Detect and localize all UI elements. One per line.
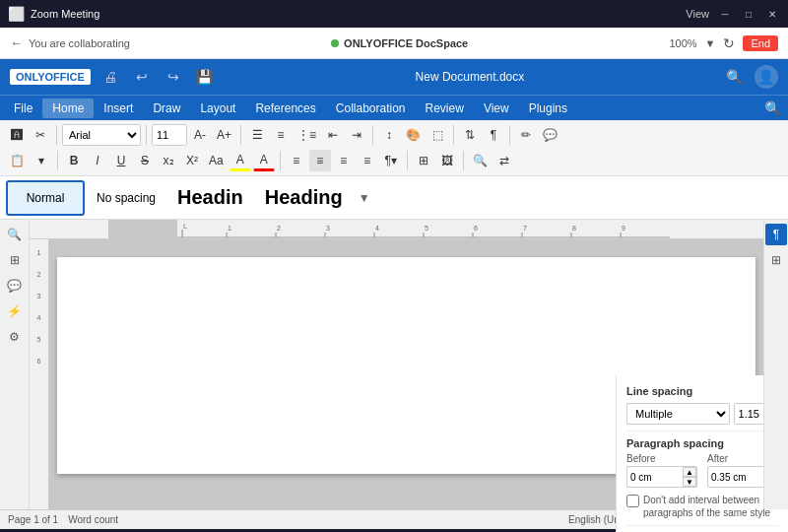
align-justify-btn[interactable]: ≡ (357, 150, 378, 171)
strikethrough-btn[interactable]: S (134, 150, 156, 171)
font-size-input[interactable] (152, 124, 187, 146)
svg-text:2: 2 (277, 225, 281, 232)
ruler: L 1 2 3 4 5 6 7 8 (30, 220, 763, 239)
style-nospacing-btn[interactable]: No spacing (87, 180, 165, 216)
sort-btn[interactable]: ⇅ (459, 124, 481, 146)
same-style-checkbox-row: Don't add interval between paragraphs of… (626, 494, 778, 519)
menu-review[interactable]: Review (416, 99, 474, 118)
back-icon[interactable]: ← (10, 35, 23, 50)
align-center-btn[interactable]: ≡ (309, 150, 331, 171)
menu-layout[interactable]: Layout (190, 99, 245, 118)
italic-btn[interactable]: I (87, 150, 108, 171)
menu-file[interactable]: File (4, 99, 42, 118)
styles-more-btn[interactable]: ▼ (355, 180, 374, 216)
menu-home[interactable]: Home (42, 99, 94, 118)
plugin-tool[interactable]: ⚡ (4, 300, 26, 322)
font-size-down-btn[interactable]: A- (189, 124, 211, 146)
bold-btn[interactable]: B (63, 150, 85, 171)
list-number-btn[interactable]: ≡ (270, 124, 292, 146)
style-normal-btn[interactable]: Normal (6, 180, 85, 216)
find-btn[interactable]: 🔍 (469, 150, 492, 171)
print-icon[interactable]: 🖨 (98, 65, 122, 89)
font-family-select[interactable]: Arial (62, 124, 141, 146)
borders-btn[interactable]: ⬚ (427, 124, 448, 146)
before-down[interactable]: ▼ (683, 477, 696, 487)
shading-btn[interactable]: 🎨 (402, 124, 425, 146)
indent-dec-btn[interactable]: ⇤ (322, 124, 344, 146)
settings-tool[interactable]: ⚙ (4, 326, 26, 348)
menu-draw[interactable]: Draw (143, 99, 190, 118)
right-tool2[interactable]: ⊞ (765, 249, 787, 271)
search-menu-icon[interactable]: 🔍 (760, 97, 784, 120)
right-tools: ¶ ⊞ (763, 220, 788, 509)
toolbar-sep4 (372, 125, 373, 145)
minimize-button[interactable]: ─ (717, 6, 733, 22)
list-bullet-btn[interactable]: ☰ (246, 124, 268, 146)
svg-text:6: 6 (474, 225, 478, 232)
menu-collaboration[interactable]: Collaboration (326, 99, 416, 118)
zoom-level-display[interactable]: 100% (669, 37, 696, 49)
menu-insert[interactable]: Insert (94, 99, 143, 118)
paste-btn[interactable]: 📋 (6, 150, 29, 171)
toolbar-row2: 📋 ▾ B I U S x₂ X² Aa A A ≡ ≡ ≡ ≡ ¶▾ ⊞ 🖼 … (4, 148, 784, 173)
menu-plugins[interactable]: Plugins (519, 99, 577, 118)
left-sidebar: 🔍 ⊞ 💬 ⚡ ⚙ (0, 220, 30, 509)
pilcrow-btn[interactable]: ¶ (483, 124, 504, 146)
panel-div1 (626, 431, 778, 432)
font-color-btn[interactable]: A (253, 150, 275, 171)
clear-format-btn[interactable]: Aa (205, 150, 228, 171)
line-spacing-btn[interactable]: ↕ (378, 124, 400, 146)
before-up[interactable]: ▲ (683, 467, 696, 477)
superscript-btn[interactable]: X² (181, 150, 203, 171)
nav-tool[interactable]: ⊞ (4, 249, 26, 271)
subscript-btn[interactable]: x₂ (158, 150, 179, 171)
svg-text:4: 4 (375, 225, 379, 232)
copy-style-btn[interactable]: ✂ (30, 124, 51, 146)
zoom-tool[interactable]: 🔍 (4, 224, 26, 245)
style-select-btn[interactable]: 🅰 (6, 124, 28, 146)
end-button[interactable]: End (743, 35, 778, 51)
right-para-tool[interactable]: ¶ (765, 224, 787, 245)
insert-table-btn[interactable]: ⊞ (413, 150, 434, 171)
replace-btn[interactable]: ⇄ (493, 150, 515, 171)
indent-inc-btn[interactable]: ⇥ (346, 124, 367, 146)
redo-icon[interactable]: ↪ (162, 65, 185, 89)
search-header-icon[interactable]: 🔍 (723, 65, 747, 89)
comment-btn[interactable]: 💬 (539, 124, 561, 146)
para-marks-btn[interactable]: ¶▾ (380, 150, 402, 171)
highlight-btn[interactable]: A (230, 150, 251, 171)
line-spacing-select[interactable]: Multiple Single 1.5 lines Double (626, 403, 730, 425)
toolbar-row1: 🅰 ✂ Arial A- A+ ☰ ≡ ⋮≡ ⇤ ⇥ ↕ 🎨 ⬚ ⇅ ¶ ✏ 💬 (4, 122, 784, 148)
menu-view[interactable]: View (474, 99, 519, 118)
align-right-btn[interactable]: ≡ (333, 150, 355, 171)
align-left-btn[interactable]: ≡ (286, 150, 307, 171)
underline-btn[interactable]: U (110, 150, 132, 171)
style-heading1-btn[interactable]: Headin (167, 180, 253, 216)
title-bar-left: ⬜ Zoom Meeting (8, 6, 99, 22)
track-changes-btn[interactable]: ✏ (515, 124, 537, 146)
app-header-right: 🔍 👤 (723, 65, 778, 89)
collab-bar: ← You are collaborating ONLYOFFICE DocSp… (0, 28, 788, 59)
svg-text:L: L (183, 223, 187, 230)
undo-icon[interactable]: ↩ (130, 65, 154, 89)
refresh-button[interactable]: ↻ (723, 35, 735, 51)
list-multi-btn[interactable]: ⋮≡ (294, 124, 320, 146)
user-avatar[interactable]: 👤 (755, 65, 778, 89)
same-style-checkbox[interactable] (626, 495, 639, 507)
comment-tool[interactable]: 💬 (4, 275, 26, 297)
vertical-ruler: 1 2 3 4 5 6 (30, 239, 49, 509)
font-size-up-btn[interactable]: A+ (213, 124, 235, 146)
close-button[interactable]: ✕ (764, 6, 780, 22)
before-spinner[interactable]: ▲ ▼ (683, 467, 696, 487)
toolbar: 🅰 ✂ Arial A- A+ ☰ ≡ ⋮≡ ⇤ ⇥ ↕ 🎨 ⬚ ⇅ ¶ ✏ 💬… (0, 120, 788, 176)
paste-special-btn[interactable]: ▾ (31, 150, 52, 171)
save-icon[interactable]: 💾 (193, 65, 217, 89)
view-button[interactable]: View (686, 8, 709, 20)
style-heading2-btn[interactable]: Heading (255, 180, 353, 216)
word-count[interactable]: Word count (68, 514, 118, 525)
svg-text:8: 8 (572, 225, 576, 232)
zoom-dropdown-icon[interactable]: ▼ (705, 37, 716, 49)
maximize-button[interactable]: □ (741, 6, 756, 22)
insert-image-btn[interactable]: 🖼 (436, 150, 458, 171)
menu-references[interactable]: References (245, 99, 325, 118)
